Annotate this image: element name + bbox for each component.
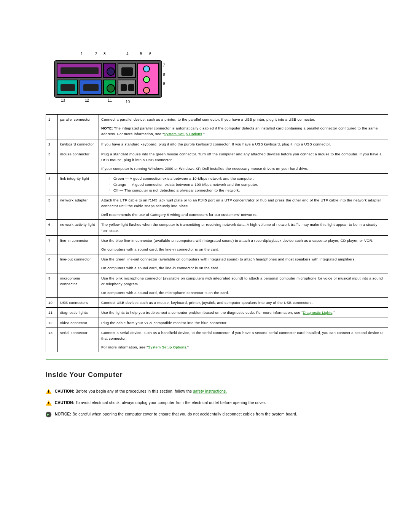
notice-alert: NOTICE: Be careful when opening the comp… — [46, 411, 388, 417]
row-number: 1 — [46, 115, 58, 139]
system-setup-link[interactable]: System Setup Options — [148, 345, 186, 349]
diagnostic-lights-link[interactable]: Diagnostic Lights — [303, 310, 332, 315]
table-row: 8 line-out connector Use the green line-… — [46, 254, 388, 273]
callout-13: 13 — [61, 98, 65, 102]
notice-icon — [46, 412, 52, 417]
table-row: 3 mouse connector Plug a standard mouse … — [46, 149, 388, 174]
row-number: 10 — [46, 298, 58, 308]
row-label: mouse connector — [58, 149, 99, 174]
caution-alert: CAUTION: To avoid electrical shock, alwa… — [46, 400, 388, 406]
parallel-port-icon — [57, 63, 102, 78]
system-setup-link[interactable]: System Setup Options — [164, 132, 202, 136]
row-number: 13 — [46, 328, 58, 352]
video-port-icon — [80, 80, 102, 95]
back-panel — [54, 60, 162, 98]
row-label: video connector — [58, 318, 99, 328]
callout-2: 2 — [95, 52, 97, 56]
network-port-icon — [118, 63, 136, 78]
table-row: 13 serial connector Connect a serial dev… — [46, 328, 388, 352]
row-desc: Connect a serial device, such as a handh… — [99, 328, 388, 352]
row-label: network activity light — [58, 220, 99, 235]
row-label: USB connectors — [58, 298, 99, 308]
line-in-jack-icon — [143, 66, 150, 72]
mic-jack-icon — [143, 87, 150, 94]
row-label: network adapter — [58, 195, 99, 220]
callout-5: 5 — [140, 52, 142, 56]
table-row: 12 video connector Plug the cable from y… — [46, 318, 388, 328]
row-number: 12 — [46, 318, 58, 328]
connector-diagram: 1 2 3 4 5 6 7 8 9 10 11 12 13 — [49, 50, 388, 103]
row-number: 5 — [46, 195, 58, 220]
caution-icon — [46, 389, 52, 395]
row-number: 8 — [46, 254, 58, 273]
table-row: 2 keyboard connector If you have a stand… — [46, 139, 388, 149]
table-row: 6 network activity light The yellow ligh… — [46, 220, 388, 235]
connector-table: 1 parallel connector Connect a parallel … — [46, 114, 388, 352]
row-desc: Green — A good connection exists between… — [99, 174, 388, 195]
callout-10: 10 — [126, 100, 130, 104]
row-desc: Connect USB devices such as a mouse, key… — [99, 298, 388, 308]
row-desc: Plug the cable from your VGA-compatible … — [99, 318, 388, 328]
row-desc: Plug a standard mouse into the green mou… — [99, 149, 388, 174]
callout-9: 9 — [163, 81, 165, 86]
row-label: line-out connector — [58, 254, 99, 273]
row-number: 6 — [46, 220, 58, 235]
caution-icon — [46, 400, 52, 406]
row-number: 3 — [46, 149, 58, 174]
row-desc: Use the pink microphone connector (avail… — [99, 273, 388, 298]
safety-instructions-link[interactable]: safety instructions. — [193, 389, 227, 393]
row-label: link integrity light — [58, 174, 99, 195]
row-desc: The yellow light flashes when the comput… — [99, 220, 388, 235]
table-row: 4 link integrity light Green — A good co… — [46, 174, 388, 195]
row-label: parallel connector — [58, 115, 99, 139]
table-row: 10 USB connectors Connect USB devices su… — [46, 298, 388, 308]
callout-3: 3 — [104, 52, 106, 56]
serial-port-icon — [57, 80, 78, 95]
table-row: 1 parallel connector Connect a parallel … — [46, 115, 388, 139]
row-desc: Use the green line-out connector (availa… — [99, 254, 388, 273]
row-label: microphone connector — [58, 273, 99, 298]
callout-8: 8 — [163, 72, 165, 77]
section-heading: Inside Your Computer — [46, 371, 388, 379]
row-desc: Attach the UTP cable to an RJ45 jack wal… — [99, 195, 388, 220]
row-number: 2 — [46, 139, 58, 149]
keyboard-port-icon — [103, 63, 116, 78]
callout-1: 1 — [81, 52, 83, 56]
table-row: 9 microphone connector Use the pink micr… — [46, 273, 388, 298]
row-number: 11 — [46, 308, 58, 318]
row-label: line-in connector — [58, 235, 99, 254]
document-page: 1 2 3 4 5 6 7 8 9 10 11 12 13 1 parallel… — [0, 0, 411, 446]
usb-port-icon — [118, 80, 136, 95]
row-desc: Use the lights to help you troubleshoot … — [99, 308, 388, 318]
section-divider — [46, 359, 388, 359]
table-row: 5 network adapter Attach the UTP cable t… — [46, 195, 388, 220]
row-number: 7 — [46, 235, 58, 254]
row-desc: If you have a standard keyboard, plug it… — [99, 139, 388, 149]
table-row: 7 line-in connector Use the blue line-in… — [46, 235, 388, 254]
row-label: keyboard connector — [58, 139, 99, 149]
callout-7: 7 — [163, 63, 165, 67]
row-desc: Use the blue line-in connector (availabl… — [99, 235, 388, 254]
mouse-port-icon — [103, 80, 116, 95]
line-out-jack-icon — [143, 76, 150, 83]
table-row: 11 diagnostic lights Use the lights to h… — [46, 308, 388, 318]
callout-11: 11 — [108, 98, 112, 102]
row-label: diagnostic lights — [58, 308, 99, 318]
callout-12: 12 — [85, 98, 89, 102]
row-desc: Connect a parallel device, such as a pri… — [99, 115, 388, 139]
row-number: 9 — [46, 273, 58, 298]
row-label: serial connector — [58, 328, 99, 352]
caution-alert: CAUTION: Before you begin any of the pro… — [46, 388, 388, 395]
callout-4: 4 — [126, 52, 129, 56]
row-number: 4 — [46, 174, 58, 195]
callout-6: 6 — [149, 52, 151, 56]
